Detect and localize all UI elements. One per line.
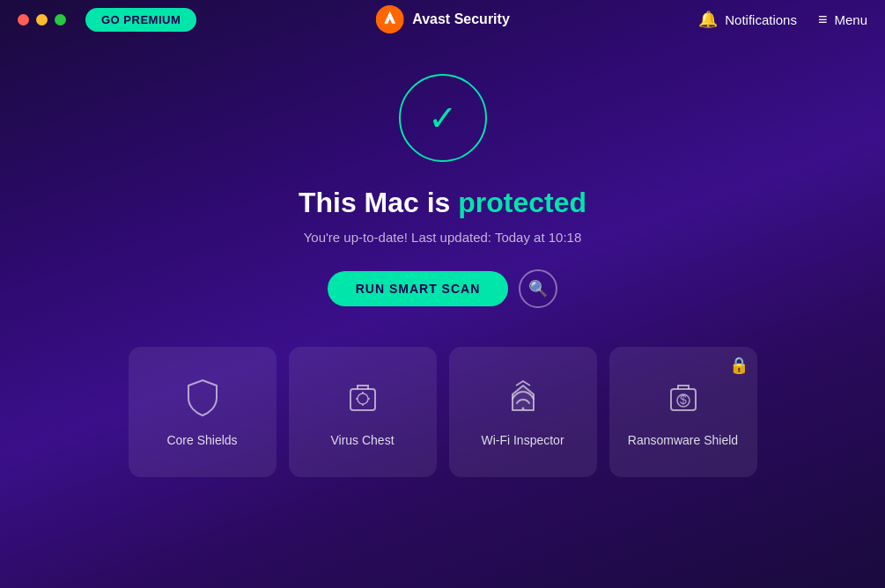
virus-chest-icon <box>342 377 384 419</box>
wifi-inspector-label: Wi-Fi Inspector <box>481 433 564 447</box>
app-title-center: Avast Security <box>375 5 510 33</box>
shield-icon <box>181 377 224 419</box>
wifi-inspector-icon <box>502 377 544 419</box>
title-right-controls: 🔔 Notifications ≡ Menu <box>698 10 867 29</box>
notifications-button[interactable]: 🔔 Notifications <box>698 10 797 29</box>
hamburger-icon: ≡ <box>818 11 828 29</box>
svg-point-0 <box>375 5 403 33</box>
core-shields-card[interactable]: Core Shields <box>129 347 277 477</box>
search-icon: 🔍 <box>528 279 548 298</box>
lock-badge-icon: 🔒 <box>729 356 749 375</box>
minimize-button[interactable] <box>36 14 48 26</box>
title-bar: GO PREMIUM Avast Security 🔔 Notification… <box>0 0 885 39</box>
app-name-label: Avast Security <box>412 11 510 27</box>
status-circle: ✓ <box>399 74 487 162</box>
window-controls <box>18 14 66 26</box>
menu-label: Menu <box>834 12 867 27</box>
virus-chest-card[interactable]: Virus Chest <box>289 347 437 477</box>
close-button[interactable] <box>18 14 29 26</box>
go-premium-button[interactable]: GO PREMIUM <box>85 8 196 32</box>
main-content: ✓ This Mac is protected You're up-to-dat… <box>0 39 885 477</box>
core-shields-label: Core Shields <box>166 433 237 447</box>
bell-icon: 🔔 <box>698 10 718 29</box>
virus-chest-label: Virus Chest <box>330 433 394 447</box>
avast-logo-icon <box>375 5 403 33</box>
maximize-button[interactable] <box>55 14 66 26</box>
checkmark-icon: ✓ <box>428 100 458 136</box>
cards-grid: Core Shields Virus Chest <box>76 347 810 477</box>
run-smart-scan-button[interactable]: RUN SMART SCAN <box>328 271 509 306</box>
menu-button[interactable]: ≡ Menu <box>818 11 867 29</box>
ransomware-shield-label: Ransomware Shield <box>628 433 738 447</box>
notifications-label: Notifications <box>725 12 797 27</box>
ransomware-shield-card[interactable]: 🔒 $ Ransomware Shield <box>609 347 757 477</box>
ransomware-shield-icon: $ <box>662 377 704 419</box>
status-prefix: This Mac is <box>299 187 458 218</box>
search-button[interactable]: 🔍 <box>519 269 557 308</box>
status-heading: This Mac is protected <box>299 187 586 219</box>
status-subtext: You're up-to-date! Last updated: Today a… <box>304 230 582 245</box>
wifi-inspector-card[interactable]: Wi-Fi Inspector <box>449 347 597 477</box>
svg-point-2 <box>358 393 368 404</box>
status-highlight: protected <box>458 187 586 218</box>
actions-row: RUN SMART SCAN 🔍 <box>328 269 558 308</box>
